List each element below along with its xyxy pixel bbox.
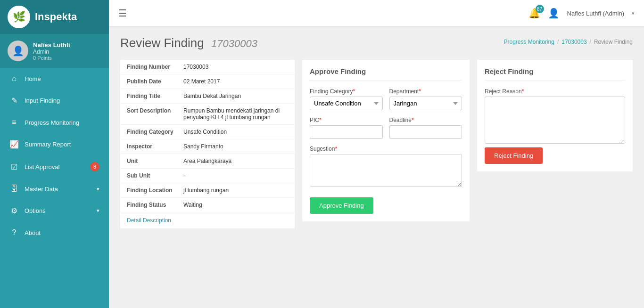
sidebar-item-list-approval[interactable]: ☑ List Approval 8: [0, 155, 109, 178]
finding-category-row: Finding Category Unsafe Condition: [120, 125, 295, 139]
finding-category-form-label: Finding Category*: [310, 88, 383, 95]
inspector-value: Sandy Firmanto: [183, 143, 288, 150]
home-icon: ⌂: [9, 74, 19, 83]
sidebar-item-progress-monitoring[interactable]: ≡ Progress Monitoring: [0, 112, 109, 133]
sidebar-item-label: Home: [25, 75, 41, 82]
logo-text: Inspekta: [35, 11, 77, 23]
page-finding-id: 17030003: [211, 38, 257, 49]
detail-description-link[interactable]: Detail Description: [120, 212, 295, 228]
reject-reason-textarea[interactable]: [485, 97, 625, 144]
list-icon: ≡: [9, 118, 19, 127]
publish-date-row: Publish Date 02 Maret 2017: [120, 74, 295, 89]
sub-unit-row: Sub Unit -: [120, 169, 295, 183]
sidebar-item-label: List Approval: [25, 163, 59, 170]
breadcrumb-link-progress[interactable]: Progress Monitoring: [504, 39, 554, 45]
inspector-label: Inspector: [127, 143, 183, 150]
pic-group: PIC*: [310, 117, 383, 139]
page-title-group: Review Finding 17030003: [120, 36, 257, 50]
suggestion-textarea[interactable]: [310, 154, 462, 187]
finding-title-row: Finding Title Bambu Dekat Jaringan: [120, 89, 295, 104]
topbar: ☰ 🔔 87 👤 Nafies Luthfi (Admin) ▾: [109, 0, 644, 26]
finding-location-row: Finding Location jl tumbang rungan: [120, 183, 295, 198]
approve-finding-panel: Approve Finding Finding Category* Unsafe…: [302, 60, 470, 221]
department-select[interactable]: Jaringan Distribusi Transmisi: [389, 97, 462, 110]
check-icon: ☑: [9, 162, 19, 171]
user-points: 0 Points: [33, 55, 70, 61]
sidebar-item-label: About: [25, 229, 41, 236]
inspector-row: Inspector Sandy Firmanto: [120, 139, 295, 154]
publish-date-value: 02 Maret 2017: [183, 78, 288, 85]
finding-number-value: 17030003: [183, 64, 288, 70]
sidebar-item-label: Options: [25, 207, 46, 214]
info-icon: ?: [9, 228, 19, 237]
user-profile-dropdown[interactable]: Nafies Luthfi (Admin): [567, 10, 624, 17]
reject-finding-button[interactable]: Reject Finding: [485, 147, 543, 164]
gear-icon: ⚙: [9, 206, 19, 215]
finding-status-value: Waiting: [183, 202, 288, 208]
sidebar-item-home[interactable]: ⌂ Home: [0, 68, 109, 89]
sidebar-item-label: Input Finding: [25, 97, 60, 104]
finding-category-select[interactable]: Unsafe Condition Unsafe Act Near Miss Ac…: [310, 97, 383, 110]
approve-panel-title: Approve Finding: [310, 67, 462, 81]
page-title-row: Review Finding 17030003 Progress Monitor…: [120, 36, 633, 50]
deadline-input[interactable]: [389, 125, 462, 139]
reject-reason-label: Reject Reason*: [485, 88, 625, 95]
breadcrumb-separator: /: [557, 39, 559, 45]
hamburger-icon[interactable]: ☰: [118, 8, 127, 19]
sidebar-item-summary-report[interactable]: 📈 Summary Report: [0, 133, 109, 155]
approve-row-3: Sugestion*: [310, 146, 462, 187]
suggestion-form-label: Sugestion*: [310, 146, 462, 152]
database-icon: 🗄: [9, 185, 19, 193]
finding-status-label: Finding Status: [127, 202, 183, 208]
page-content: Review Finding 17030003 Progress Monitor…: [109, 26, 644, 308]
publish-date-label: Publish Date: [127, 78, 183, 85]
user-info: Nafies Luthfi Admin 0 Points: [33, 41, 70, 61]
unit-value: Area Palangkaraya: [183, 158, 288, 164]
reject-reason-group: Reject Reason*: [485, 88, 625, 144]
department-group: Department* Jaringan Distribusi Transmis…: [389, 88, 462, 110]
pic-input[interactable]: [310, 125, 383, 139]
sidebar-item-label: Progress Monitoring: [25, 119, 79, 126]
pic-form-label: PIC*: [310, 117, 383, 123]
finding-status-row: Finding Status Waiting: [120, 198, 295, 212]
finding-number-label: Finding Number: [127, 64, 183, 70]
sidebar-item-master-data[interactable]: 🗄 Master Data ▾: [0, 178, 109, 200]
notification-bell[interactable]: 🔔 87: [528, 8, 540, 19]
main-content: ☰ 🔔 87 👤 Nafies Luthfi (Admin) ▾ Review …: [109, 0, 644, 308]
sidebar-item-label: Summary Report: [25, 141, 71, 148]
reject-panel-title: Reject Finding: [485, 67, 625, 81]
sort-desc-row: Sort Description Rumpun Bambu mendekati …: [120, 104, 295, 125]
finding-location-label: Finding Location: [127, 187, 183, 194]
sort-desc-value: Rumpun Bambu mendekati jaringan di penyu…: [183, 107, 288, 121]
topbar-right: 🔔 87 👤 Nafies Luthfi (Admin) ▾: [528, 8, 635, 19]
chevron-down-icon: ▾: [632, 10, 635, 16]
logo-icon: 🌿: [8, 6, 30, 28]
unit-label: Unit: [127, 158, 183, 164]
chevron-down-icon: ▾: [97, 208, 99, 214]
breadcrumb-link-id[interactable]: 17030003: [561, 39, 586, 45]
sub-unit-value: -: [183, 172, 288, 179]
sidebar-item-about[interactable]: ? About: [0, 222, 109, 243]
finding-title-value: Bambu Dekat Jaringan: [183, 93, 288, 99]
finding-location-value: jl tumbang rungan: [183, 187, 288, 194]
chart-icon: 📈: [9, 140, 19, 149]
deadline-group: Deadline*: [389, 117, 462, 139]
page-title: Review Finding 17030003: [120, 36, 257, 50]
approve-finding-button[interactable]: Approve Finding: [310, 197, 373, 214]
chevron-down-icon: ▾: [97, 186, 99, 192]
edit-icon: ✎: [9, 96, 19, 105]
user-profile-icon: 👤: [548, 8, 560, 19]
user-name: Nafies Luthfi: [33, 41, 70, 49]
sidebar-item-options[interactable]: ⚙ Options ▾: [0, 200, 109, 222]
sidebar-item-input-finding[interactable]: ✎ Input Finding: [0, 89, 109, 112]
list-approval-badge: 8: [90, 162, 99, 171]
approve-row-2: PIC* Deadline*: [310, 117, 462, 139]
approve-row-1: Finding Category* Unsafe Condition Unsaf…: [310, 88, 462, 110]
sidebar-header: 🌿 Inspekta: [0, 0, 109, 34]
notification-badge: 87: [536, 5, 544, 13]
content-grid: Finding Number 17030003 Publish Date 02 …: [120, 60, 633, 228]
finding-category-group: Finding Category* Unsafe Condition Unsaf…: [310, 88, 383, 110]
finding-title-label: Finding Title: [127, 93, 183, 99]
user-role: Admin: [33, 49, 70, 55]
avatar: 👤: [8, 41, 28, 61]
